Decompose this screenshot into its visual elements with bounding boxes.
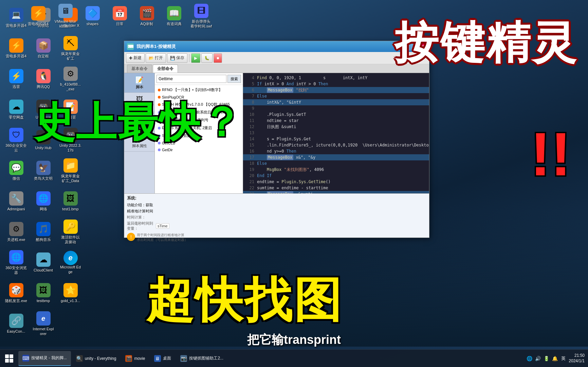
icon-aq-top[interactable]: 🎬 AQ录制 — [134, 2, 160, 31]
close-button[interactable]: ✕ — [419, 43, 426, 50]
icon-qq[interactable]: 🐧 腾讯QQ — [31, 65, 56, 93]
code-content: End If — [257, 173, 427, 179]
code-line-12: 12 日执图 &sumti — [243, 124, 429, 130]
tray-notification-icon[interactable]: 🔔 — [551, 355, 558, 362]
cmd-dot-getdt — [158, 111, 161, 114]
line-num: 5 — [245, 81, 254, 87]
icon-leiniao[interactable]: 🦅 类鸟大文明 — [31, 156, 56, 185]
tray-battery-icon[interactable]: 🔋 — [543, 355, 550, 362]
icon-test1bmp[interactable]: 🖼 test1.bmp — [58, 187, 83, 216]
tray-network-icon[interactable]: 🌐 — [526, 355, 533, 362]
code-content: s = Plugin.Sys.Get — [257, 136, 427, 142]
code-line-13: 13 — [243, 130, 429, 136]
icon-wenri[interactable]: 📝 问日罢 — [58, 95, 83, 124]
tray-language[interactable]: 英 — [560, 355, 567, 362]
icon-random[interactable]: 🎲 随机发言.exe — [3, 279, 29, 308]
icon-label: 迅雷 — [13, 85, 20, 89]
tray-volume-icon[interactable]: 🔊 — [534, 355, 541, 362]
panel-ui[interactable]: 🖼 界面 — [124, 93, 154, 112]
icon-unity-2022[interactable]: 🎮 Unity 2022.3.17ti — [58, 126, 83, 155]
icon-leidian4[interactable]: ⚡ 雷电多开器4 — [3, 34, 29, 63]
cmd-simplugocr[interactable]: SimPlugOCR — [156, 94, 242, 101]
icon-youdao-top[interactable]: 📖 有道词典 — [161, 2, 187, 31]
return-label: 返回毫秒时间到变量： — [127, 221, 154, 231]
cmd-exitos-label: ExitOS 系统关机(1关机, 2重启 — [162, 125, 212, 130]
code-content: MessageBox "找到" — [257, 87, 427, 93]
new-button[interactable]: ✚ 新建 — [126, 53, 145, 63]
cmd-rfno[interactable]: RFNO 【一只鱼】•【识别5×8数字】 — [156, 86, 242, 94]
icon-admnjpani[interactable]: 🔧 Admnjpani — [3, 187, 29, 216]
icon-jiehuo[interactable]: 🔑 激活软件以及驱动 — [58, 217, 83, 246]
icon-img-top: 📅 — [113, 6, 127, 20]
line-num: 14 — [245, 136, 254, 142]
cmd-setclb[interactable]: SetCLB 设置剪贴板 — [156, 132, 242, 140]
icon-label-top: VMware Workstati... — [54, 19, 76, 28]
cmd-getclb[interactable]: GetCLB — [156, 140, 242, 146]
taskbar-item-anjing[interactable]: ⌨ 按键精灵 - 我的脚... — [18, 351, 71, 366]
cmd-gethddsn[interactable]: GetHDDSN 得到硬盘序列号 — [156, 116, 242, 124]
search-input[interactable] — [157, 75, 226, 83]
panel-attachment[interactable]: 📎 附件 — [124, 112, 154, 132]
cmd-exitos[interactable]: ExitOS 系统关机(1关机, 2重启 — [156, 124, 242, 132]
line-num: 6 — [245, 87, 254, 93]
icon-shapes-top[interactable]: 🔷 shapes — [80, 2, 105, 31]
cmd-smwh[interactable]: SMWH 神梦插件v1.7.0.0 【QQ群: 62465 — [156, 101, 242, 108]
icon-gold-v13[interactable]: ⭐ gold_v1.3... — [58, 279, 83, 308]
icon-img-top: 🔷 — [86, 6, 100, 20]
icon-unity-hub[interactable]: 🎮 Unity Hub — [31, 126, 56, 155]
line-num: 15 — [245, 142, 254, 148]
icon-img: 🔧 — [9, 191, 23, 206]
icon-b410[interactable]: ⚙ b_410ef88..._exe — [58, 65, 83, 93]
taskbar-label-anjing: 按键精灵 - 我的脚... — [31, 355, 67, 361]
icon-jinlong-data[interactable]: 📁 疯龙年黄金矿工_Data — [58, 156, 83, 185]
taskbar-label-movie: movie — [134, 356, 145, 361]
line-num: 22 — [245, 185, 254, 191]
tab-all-commands[interactable]: 全部命令 — [153, 65, 178, 73]
cmd-getdir[interactable]: GetDir — [156, 146, 242, 153]
icon-swf-top[interactable]: 🎞 新合弹弹头看学时间.swf — [188, 2, 214, 31]
icon-task-mgr[interactable]: ⚙ 关进程.exe — [3, 217, 29, 246]
icon-zidong[interactable]: 📦 自定框 — [31, 34, 56, 63]
icon-ie[interactable]: e Internet Explorer — [31, 309, 56, 338]
icon-label: 关进程.exe — [7, 238, 25, 242]
panel-script-props[interactable]: ⚙ 脚本属性 — [124, 132, 154, 152]
minimize-button[interactable]: ─ — [403, 43, 410, 50]
icon-kuangye[interactable]: ⛏ 疯龙年黄金矿工 — [58, 34, 83, 63]
icon-label: EasyCon... — [7, 329, 25, 334]
panel-script[interactable]: 📝 脚本 — [124, 73, 154, 93]
icon-label: b_410ef88..._exe — [59, 82, 81, 91]
open-button[interactable]: 📂 打开 — [146, 53, 166, 63]
icon-lingkong[interactable]: ☁ 零空网盘 — [3, 95, 29, 124]
icon-richang-top[interactable]: 📅 日常 — [107, 2, 132, 31]
cmd-getdatetime[interactable]: GetDateTime 得到当前系统日期和时间 — [156, 108, 242, 116]
icon-network[interactable]: 🌐 网络 — [31, 187, 56, 216]
icon-label: 自定框 — [38, 54, 49, 58]
run-button[interactable]: ▶ — [191, 53, 200, 63]
icon-label: Internet Explorer — [32, 327, 54, 336]
icon-wechat[interactable]: 💬 微信 — [3, 156, 29, 185]
start-button[interactable] — [2, 351, 17, 366]
stop-button[interactable]: ■ — [214, 53, 222, 63]
taskbar-item-unity[interactable]: 🔍 unity - Everything — [72, 351, 121, 366]
search-button[interactable]: 搜索 — [227, 75, 241, 83]
icon-cloud-client[interactable]: ☁ CloudClient — [31, 248, 56, 277]
icon-edge[interactable]: e Microsoft Edge — [58, 248, 83, 277]
icon-this-pc[interactable]: 💻 雷电多开器4 — [3, 3, 29, 32]
icon-testbmp[interactable]: 🖼 testbmp — [31, 279, 56, 308]
icon-easyconn[interactable]: 🔗 EasyCon... — [3, 309, 29, 338]
icon-xunlei[interactable]: ⚡ 迅雷 — [3, 65, 29, 93]
icon-unity-exe[interactable]: 🎮 Unity.exe — [31, 95, 56, 124]
icon-vmware-top[interactable]: 🖥 VMware Workstati... — [53, 2, 78, 31]
taskbar-item-anjing2[interactable]: 📷 按键抓图辅助工2... — [176, 351, 227, 366]
taskbar-item-desktop[interactable]: 🖥 桌面 — [150, 351, 175, 366]
debug-button[interactable]: 🐛 — [201, 53, 213, 63]
save-button[interactable]: 💾 保存 — [167, 53, 187, 63]
icon-360-cloud[interactable]: 🛡 360企业安全云 — [3, 126, 29, 155]
icon-leidian-top[interactable]: ⚡ 雷电模拟器4 — [25, 2, 51, 31]
icon-kugou[interactable]: 🎵 酷狗音乐 — [31, 217, 56, 246]
app-title: 我的脚本1-按键精灵 — [136, 43, 176, 50]
maximize-button[interactable]: □ — [411, 43, 418, 50]
tab-basic-commands[interactable]: 基本命令 — [127, 65, 152, 73]
taskbar-item-movie[interactable]: 🎬 movie — [121, 351, 149, 366]
icon-360-browser[interactable]: 🌐 360安全浏览器 — [3, 248, 29, 277]
